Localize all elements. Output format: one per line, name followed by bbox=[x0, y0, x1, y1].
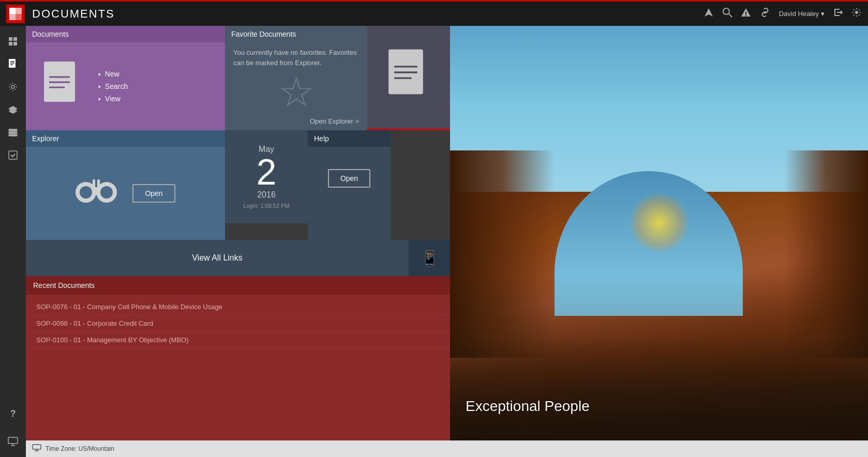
user-menu[interactable]: David Healey ▾ bbox=[779, 10, 825, 18]
help-tile-header: Help bbox=[308, 130, 391, 147]
svg-marker-4 bbox=[705, 8, 713, 17]
svg-rect-41 bbox=[97, 179, 100, 189]
alert-icon[interactable] bbox=[741, 7, 751, 20]
help-tile-body: Open bbox=[308, 147, 391, 210]
svg-point-39 bbox=[100, 186, 113, 199]
tile-documents: Documents New bbox=[26, 26, 225, 130]
tile-favorites: Favorite Documents You currently have no… bbox=[225, 26, 367, 130]
recent-item-1[interactable]: SOP-0076 - 01 - Company Cell Phone & Mob… bbox=[26, 299, 450, 315]
explorer-open-button[interactable]: Open bbox=[132, 184, 175, 203]
bottombar-icon bbox=[32, 444, 41, 453]
svg-rect-37 bbox=[91, 187, 101, 195]
binoculars-icon bbox=[76, 172, 117, 216]
main-layout: ? Documents bbox=[0, 26, 868, 457]
login-label: Login: bbox=[243, 203, 259, 209]
doc-links-list: New Search View bbox=[98, 70, 128, 103]
dashboard: Documents New bbox=[26, 26, 868, 440]
user-name: David Healey bbox=[779, 10, 819, 18]
documents-tile-header: Documents bbox=[26, 26, 225, 42]
right-panel: Exceptional People bbox=[450, 26, 868, 440]
question-icon: ? bbox=[10, 408, 16, 419]
sidebar-item-workstation[interactable] bbox=[3, 431, 23, 452]
help-open-button[interactable]: Open bbox=[328, 169, 370, 188]
topnav-icons: David Healey ▾ bbox=[704, 7, 862, 20]
doc-link-view[interactable]: View bbox=[98, 95, 128, 103]
svg-rect-22 bbox=[9, 134, 17, 136]
topnav: DOCUMENTS David Healey ▾ bbox=[0, 0, 868, 26]
svg-rect-2 bbox=[9, 14, 16, 20]
date-day: 2 bbox=[257, 154, 277, 190]
tile-date: May 2 2016 Login: 1:08:52 PM bbox=[225, 130, 308, 223]
sidebar-item-documents[interactable] bbox=[3, 54, 23, 74]
user-dropdown-icon: ▾ bbox=[821, 10, 825, 18]
tiles-row1: Documents New bbox=[26, 26, 450, 130]
open-explorer-link[interactable]: Open Explorer > bbox=[310, 117, 359, 125]
recent-tile-header: Recent Documents bbox=[26, 276, 450, 295]
sidebar-item-layers[interactable] bbox=[3, 122, 23, 143]
favorites-tile-body: You currently have no favorites. Favorit… bbox=[225, 42, 367, 130]
tile-doc-icon-small bbox=[367, 26, 450, 130]
left-panel: Documents New bbox=[26, 26, 450, 440]
sidebar-item-home[interactable] bbox=[3, 31, 23, 52]
sidebar-item-settings[interactable] bbox=[3, 77, 23, 97]
svg-point-38 bbox=[80, 186, 92, 199]
hero-image: Exceptional People bbox=[450, 26, 868, 440]
svg-rect-1 bbox=[16, 8, 22, 14]
svg-rect-8 bbox=[745, 12, 746, 14]
app-logo bbox=[6, 5, 25, 23]
svg-rect-21 bbox=[9, 132, 17, 133]
favorites-tile-header: Favorite Documents bbox=[225, 26, 367, 42]
doc-link-new[interactable]: New bbox=[98, 70, 128, 78]
mobile-icon: 📱 bbox=[421, 250, 439, 267]
sidebar-item-checklist[interactable] bbox=[3, 145, 23, 165]
tile-help: Help Open bbox=[308, 130, 391, 240]
recent-item-2[interactable]: SOP-0098 - 01 - Corporate Credit Card bbox=[26, 315, 450, 332]
sidebar-item-help[interactable]: ? bbox=[3, 403, 23, 424]
navigation-icon[interactable] bbox=[704, 7, 714, 20]
svg-rect-12 bbox=[13, 37, 17, 41]
doc-icon-small bbox=[385, 47, 432, 108]
bottombar: Time Zone: US/Mountain bbox=[26, 440, 868, 457]
tile-viewall[interactable]: View All Links bbox=[26, 240, 409, 276]
tiles-row2: Explorer bbox=[26, 130, 450, 240]
explorer-tile-header: Explorer bbox=[26, 130, 225, 147]
search-icon[interactable] bbox=[722, 7, 732, 20]
recent-documents-list: SOP-0076 - 01 - Company Cell Phone & Mob… bbox=[26, 295, 450, 353]
svg-rect-40 bbox=[93, 179, 95, 189]
svg-rect-11 bbox=[9, 37, 12, 41]
svg-rect-20 bbox=[9, 129, 17, 131]
svg-point-5 bbox=[723, 8, 729, 14]
date-login-time: Login: 1:08:52 PM bbox=[243, 203, 289, 209]
svg-rect-24 bbox=[8, 437, 18, 444]
sidebar: ? bbox=[0, 26, 26, 457]
content-area: Documents New bbox=[26, 26, 868, 457]
tile-explorer: Explorer bbox=[26, 130, 225, 240]
signout-icon[interactable] bbox=[833, 7, 843, 20]
svg-rect-42 bbox=[33, 445, 41, 449]
hero-sun bbox=[628, 192, 690, 254]
login-time: 1:08:52 PM bbox=[260, 203, 289, 209]
svg-point-10 bbox=[855, 11, 858, 14]
doc-link-search[interactable]: Search bbox=[98, 82, 128, 90]
hero-overlay bbox=[450, 275, 868, 440]
tile-mobile[interactable]: 📱 bbox=[409, 240, 450, 276]
gear-icon[interactable] bbox=[851, 7, 862, 20]
svg-rect-14 bbox=[13, 42, 17, 45]
page-title: DOCUMENTS bbox=[32, 7, 704, 21]
svg-rect-3 bbox=[16, 14, 22, 20]
tiles-row3: View All Links 📱 bbox=[26, 240, 450, 276]
svg-rect-9 bbox=[745, 15, 746, 16]
hero-tagline: Exceptional People bbox=[466, 398, 590, 415]
timezone-label: Time Zone: US/Mountain bbox=[46, 445, 114, 452]
recent-item-3[interactable]: SOP-0100 - 01 - Management BY Objective … bbox=[26, 332, 450, 348]
svg-point-19 bbox=[11, 85, 14, 88]
link-icon[interactable] bbox=[759, 7, 771, 20]
sidebar-item-learning[interactable] bbox=[3, 99, 23, 120]
favorites-empty-text: You currently have no favorites. Favorit… bbox=[233, 48, 359, 68]
svg-line-6 bbox=[729, 14, 732, 17]
favorites-star-icon: ☆ bbox=[278, 72, 315, 113]
date-year: 2016 bbox=[257, 190, 276, 200]
svg-rect-23 bbox=[9, 151, 17, 159]
document-big-icon bbox=[41, 59, 83, 114]
documents-tile-body: New Search View bbox=[26, 42, 225, 130]
